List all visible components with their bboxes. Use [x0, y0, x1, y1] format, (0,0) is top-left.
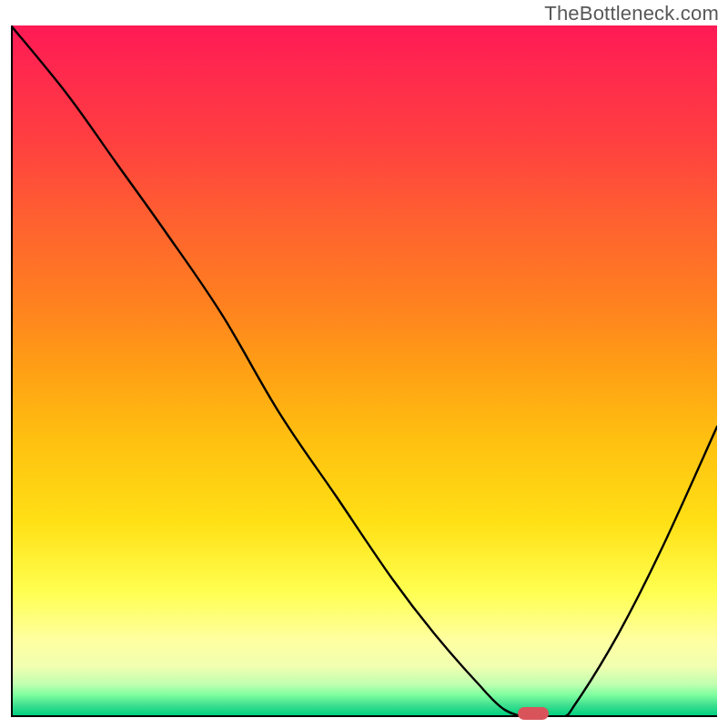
plot-background: [11, 25, 717, 717]
bottleneck-chart: TheBottleneck.com: [0, 0, 728, 728]
optimal-marker: [518, 707, 549, 720]
watermark-text: TheBottleneck.com: [544, 2, 719, 25]
